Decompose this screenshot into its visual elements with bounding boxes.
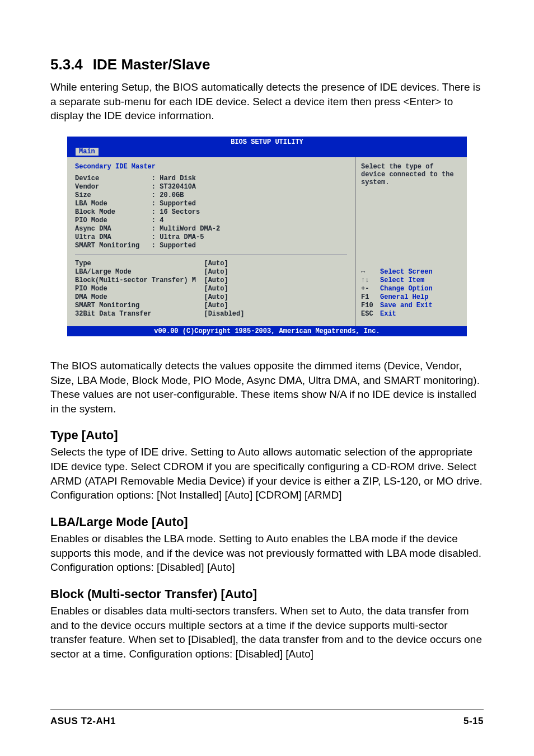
sub-body-type: Selects the type of IDE drive. Setting t… xyxy=(50,445,484,503)
bios-subheading: Secondary IDE Master xyxy=(75,163,347,171)
sub-heading-type: Type [Auto] xyxy=(50,428,484,443)
bios-key-label: Exit xyxy=(380,310,396,318)
after-bios-paragraph: The BIOS automatically detects the value… xyxy=(50,359,484,416)
bios-setting-row[interactable]: Block(Multi-sector Transfer) M [Auto] xyxy=(75,276,347,285)
bios-setting-row[interactable]: PIO Mode [Auto] xyxy=(75,285,347,293)
bios-key: ESC xyxy=(361,310,380,318)
bios-title: BIOS SETUP UTILITY xyxy=(67,137,467,148)
page-footer: ASUS T2-AH1 5-15 xyxy=(50,710,484,727)
bios-key-row: ↔Select Screen xyxy=(361,268,461,276)
bios-copyright: v00.00 (C)Copyright 1985-2003, American … xyxy=(67,326,467,336)
bios-menubar: Main xyxy=(67,148,467,157)
section-number: 5.3.4 xyxy=(50,56,83,73)
sub-body-lba: Enables or disables the LBA mode. Settin… xyxy=(50,532,484,575)
bios-info-row: Ultra DMA : Ultra DMA-5 xyxy=(75,233,347,242)
sub-heading-lba: LBA/Large Mode [Auto] xyxy=(50,515,484,529)
bios-key: F1 xyxy=(361,293,380,302)
bios-key-row: ↑↓Select Item xyxy=(361,276,461,285)
bios-key-label: Select Item xyxy=(380,276,424,284)
bios-key-row: F1General Help xyxy=(361,293,461,302)
bios-setting-row[interactable]: SMART Monitoring [Auto] xyxy=(75,302,347,310)
bios-key-row: ESCExit xyxy=(361,310,461,318)
bios-info-row: Vendor : ST320410A xyxy=(75,183,347,191)
bios-tab-main[interactable]: Main xyxy=(76,148,99,156)
bios-info-row: Device : Hard Disk xyxy=(75,175,347,183)
bios-key-label: Save and Exit xyxy=(380,302,433,309)
bios-key-legend: ↔Select Screen↑↓Select Item+-Change Opti… xyxy=(361,268,461,318)
bios-info-row: SMART Monitoring : Supported xyxy=(75,242,347,250)
footer-right: 5-15 xyxy=(463,716,484,727)
bios-setting-row[interactable]: LBA/Large Mode [Auto] xyxy=(75,268,347,276)
bios-info-row: Block Mode : 16 Sectors xyxy=(75,208,347,217)
footer-left: ASUS T2-AH1 xyxy=(50,716,116,727)
bios-key-label: General Help xyxy=(380,293,428,301)
bios-setting-row[interactable]: DMA Mode [Auto] xyxy=(75,293,347,302)
intro-paragraph: While entering Setup, the BIOS automatic… xyxy=(50,80,484,123)
sub-heading-block: Block (Multi-sector Transfer) [Auto] xyxy=(50,587,484,602)
bios-key: ↑↓ xyxy=(361,276,380,285)
bios-info-row: Async DMA : MultiWord DMA-2 xyxy=(75,225,347,233)
sub-body-block: Enables or disables data multi-sectors t… xyxy=(50,604,484,661)
bios-left-pane: Secondary IDE Master Device : Hard DiskV… xyxy=(67,157,355,326)
section-heading: 5.3.4IDE Master/Slave xyxy=(50,56,484,73)
bios-divider xyxy=(75,255,347,255)
bios-help-text: Select the type of device connected to t… xyxy=(361,163,461,268)
bios-info-row: LBA Mode : Supported xyxy=(75,200,347,208)
bios-key: +- xyxy=(361,285,380,293)
bios-setting-row[interactable]: 32Bit Data Transfer [Disabled] xyxy=(75,310,347,318)
bios-info-row: PIO Mode : 4 xyxy=(75,217,347,225)
bios-key: F10 xyxy=(361,302,380,310)
bios-key-label: Select Screen xyxy=(380,268,433,276)
bios-info-row: Size : 20.0GB xyxy=(75,191,347,200)
bios-setting-row[interactable]: Type [Auto] xyxy=(75,260,347,268)
bios-key-row: F10Save and Exit xyxy=(361,302,461,310)
bios-key: ↔ xyxy=(361,268,380,276)
bios-key-label: Change Option xyxy=(380,285,433,293)
bios-right-pane: Select the type of device connected to t… xyxy=(355,157,467,326)
bios-key-row: +-Change Option xyxy=(361,285,461,293)
section-title: IDE Master/Slave xyxy=(93,56,210,73)
bios-screenshot: BIOS SETUP UTILITY Main Secondary IDE Ma… xyxy=(67,137,467,336)
